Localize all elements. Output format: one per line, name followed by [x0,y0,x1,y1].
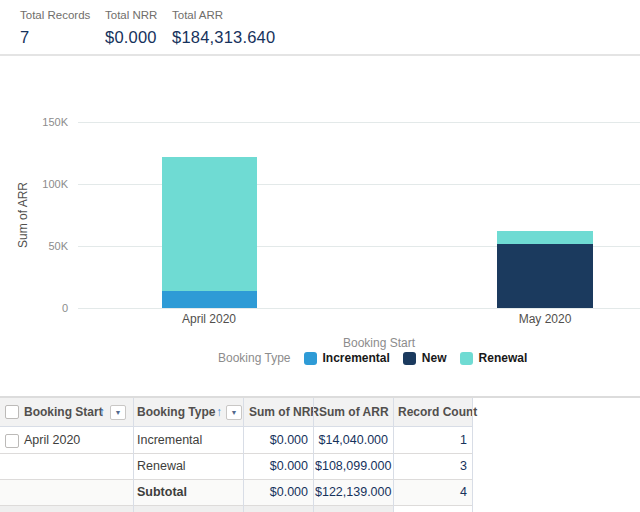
bar-segment-renewal[interactable] [162,157,257,291]
incremental-swatch-icon [304,352,317,365]
bar-segment-incremental[interactable] [162,291,257,308]
column-divider [243,398,244,512]
report-page: Total Records 7 Total NRR $0.000 Total A… [0,0,640,512]
sort-asc-icon: ↑ [216,398,222,426]
stat-value: 7 [20,28,90,47]
cell-booking-type: Subtotal [137,480,187,505]
cell-sum-of-nrr: $0.000 [245,480,308,505]
legend-item-incremental[interactable]: Incremental [304,351,390,365]
renewal-swatch-icon [460,352,473,365]
stat-value: $184,313.640 [172,28,275,47]
cell-sum-of-arr: $108,099.000 [315,454,388,479]
stat-label: Total NRR [105,9,157,21]
y-axis-title: Sum of ARR [16,182,30,248]
table-row[interactable]: Subtotal$0.000$122,139.0004 [0,480,473,506]
gridline [78,122,640,123]
x-axis-title: Booking Start [343,336,415,350]
divider [0,54,640,56]
column-header-sum-of-arr[interactable]: Sum of ARR [319,398,389,426]
table-row[interactable]: April 2020Incremental$0.000$14,040.0001 [0,428,473,454]
x-tick-label: April 2020 [182,312,236,326]
bar-segment-renewal[interactable] [497,231,593,244]
cell-record-count: 4 [395,480,467,505]
chart-legend: Booking Type IncrementalNewRenewal [218,351,540,365]
column-divider [133,398,134,512]
column-header-booking-start[interactable]: Booking Start [24,398,103,426]
cell-record-count: 3 [395,454,467,479]
stat-total-nrr: Total NRR $0.000 [105,9,157,47]
column-header-record-count[interactable]: Record Count [398,398,477,426]
y-tick-label: 0 [0,302,68,314]
cell-booking-type: Incremental [137,428,202,453]
column-divider [313,398,314,512]
legend-item-label: New [422,351,447,365]
bar-segment-new[interactable] [497,244,593,308]
cell-booking-type: Renewal [137,454,186,479]
stat-total-arr: Total ARR $184,313.640 [172,9,275,47]
table-row[interactable]: Renewal$0.000$108,099.0003 [0,454,473,480]
column-header-booking-type[interactable]: Booking Type [137,398,215,426]
cell-sum-of-nrr: $0.000 [245,428,308,453]
chevron-down-icon: ▼ [231,409,238,416]
column-menu-button[interactable]: ▼ [110,405,126,420]
legend-item-label: Renewal [479,351,528,365]
axis-baseline [78,308,640,309]
column-divider [393,398,394,512]
bar-april-2020 [162,157,257,308]
table-header: Booking Start ↑ ▼ Booking Type ↑ ▼ Sum o… [0,398,473,427]
y-tick-label: 100K [0,178,68,190]
legend-item-renewal[interactable]: Renewal [460,351,528,365]
y-tick-label: 150K [0,116,68,128]
chevron-down-icon: ▼ [115,409,122,416]
y-tick-label: 50K [0,240,68,252]
select-all-checkbox[interactable] [5,405,19,419]
stat-label: Total Records [20,9,90,21]
cell-sum-of-nrr: $0.000 [245,454,308,479]
legend-item-label: Incremental [323,351,390,365]
stat-label: Total ARR [172,9,275,21]
new-swatch-icon [403,352,416,365]
legend-item-new[interactable]: New [403,351,447,365]
sort-asc-icon: ↑ [99,398,105,426]
partial-next-row [0,506,393,512]
legend-items: IncrementalNewRenewal [304,351,541,365]
stat-total-records: Total Records 7 [20,9,90,47]
cell-record-count: 1 [395,428,467,453]
bar-may-2020 [497,231,593,308]
x-tick-label: May 2020 [519,312,572,326]
legend-title: Booking Type [218,351,291,365]
cell-sum-of-arr: $14,040.000 [315,428,388,453]
row-checkbox[interactable] [5,434,19,448]
stat-value: $0.000 [105,28,157,47]
column-header-sum-of-nrr[interactable]: Sum of NRR [249,398,319,426]
cell-sum-of-arr: $122,139.000 [315,480,388,505]
column-divider [472,398,473,512]
cell-booking-start: April 2020 [24,428,80,453]
column-menu-button[interactable]: ▼ [226,405,242,420]
